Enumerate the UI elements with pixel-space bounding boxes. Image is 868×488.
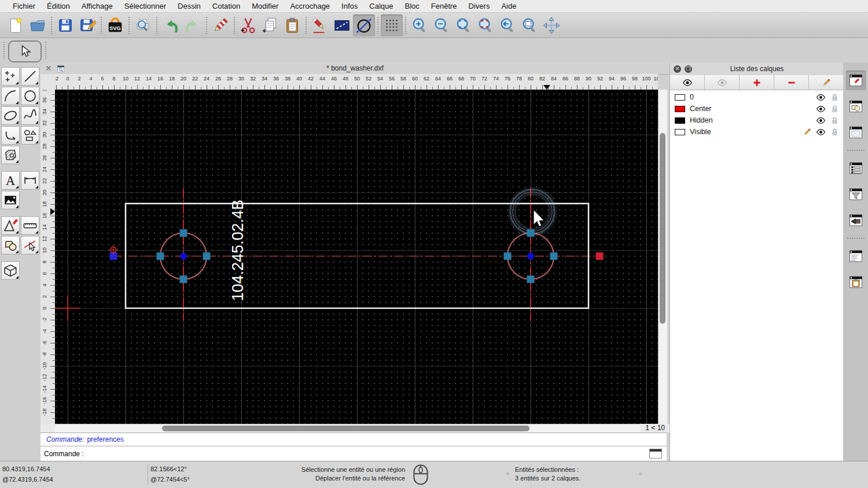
menu-affichage[interactable]: Affichage	[76, 2, 119, 10]
save-button[interactable]	[54, 14, 76, 36]
command-input[interactable]	[84, 448, 649, 460]
paste-button[interactable]	[281, 14, 303, 36]
redo-button[interactable]	[182, 14, 204, 36]
layer-row-0[interactable]: 0	[670, 91, 844, 103]
tool-measure[interactable]	[21, 216, 39, 235]
zoom-in-button[interactable]	[409, 14, 431, 36]
save-as-button[interactable]	[76, 14, 98, 36]
dock-filter-toggle-button[interactable]	[846, 184, 866, 204]
layer-color-swatch	[675, 94, 685, 101]
dock-separator	[847, 238, 865, 239]
ruler-tick-label: 90	[586, 76, 591, 82]
toolbar-drag-handle[interactable]	[3, 42, 5, 59]
tool-circle-tool[interactable]	[21, 87, 39, 105]
svg-export-button[interactable]: SVG	[104, 14, 126, 36]
menu-modifier[interactable]: Modifier	[246, 2, 284, 10]
menu-calque[interactable]: Calque	[363, 2, 399, 10]
tool-dimension[interactable]	[21, 171, 39, 190]
tool-hatch[interactable]	[1, 146, 20, 164]
layer-visibility-eye-icon[interactable]	[816, 104, 826, 114]
tool-line[interactable]	[21, 67, 39, 86]
tool-select-entity[interactable]	[21, 236, 39, 254]
pen-edit-button[interactable]	[309, 14, 331, 36]
dock-block-toggle-button[interactable]	[846, 97, 866, 116]
drawing-canvas[interactable]: 104.245.02.4B	[55, 90, 658, 424]
toolbar-drag-handle[interactable]	[45, 42, 46, 59]
tool-spline[interactable]	[21, 106, 39, 125]
dock-clipboard-toggle-button[interactable]	[846, 272, 866, 292]
menu-selectionner[interactable]: Sélectionner	[119, 2, 172, 10]
tool-modify[interactable]	[1, 216, 20, 235]
dock-megaphone-toggle-button[interactable]	[846, 210, 866, 230]
tool-text[interactable]: A	[1, 171, 20, 190]
vertical-scrollbar[interactable]	[658, 90, 667, 424]
layer-pencil-gold-button[interactable]	[809, 75, 844, 90]
menu-divers[interactable]: Divers	[463, 2, 496, 10]
layer-visibility-eye-icon[interactable]	[816, 127, 826, 137]
tool-block[interactable]	[1, 236, 20, 254]
horizontal-scrollbar-thumb[interactable]	[162, 426, 529, 431]
layer-lock-icon[interactable]	[830, 104, 840, 114]
delete-eraser-button[interactable]	[209, 14, 231, 36]
layer-minus-red-button[interactable]	[774, 75, 809, 90]
ruler-tick-label: 24	[41, 165, 48, 173]
vertical-scrollbar-thumb[interactable]	[660, 133, 665, 324]
menu-dessin[interactable]: Dessin	[172, 2, 207, 10]
ruler-tick-label: 74	[493, 76, 499, 82]
menu-bloc[interactable]: Bloc	[399, 2, 425, 10]
layer-eye-button[interactable]	[670, 75, 705, 90]
menu-fichier[interactable]: Fichier	[7, 2, 41, 10]
layer-eye-gray-button[interactable]	[705, 75, 740, 90]
menu-edition[interactable]: Édition	[41, 2, 76, 10]
menu-infos[interactable]: Infos	[336, 2, 363, 10]
layer-plus-red-button[interactable]	[740, 75, 774, 90]
ruler-tick-label: -4	[41, 327, 48, 335]
layer-row-visible[interactable]: Visible	[670, 126, 844, 138]
print-preview-button[interactable]	[132, 14, 154, 36]
ruler-tick-label: 44	[319, 76, 325, 82]
ruler-cursor-marker	[50, 208, 55, 215]
menu-accrochage[interactable]: Accrochage	[284, 2, 336, 10]
menu-fenetre[interactable]: Fenêtre	[425, 2, 463, 10]
copy-button[interactable]	[259, 14, 281, 36]
ruler-tick-label: 68	[458, 76, 464, 82]
circle-line-button[interactable]	[353, 14, 375, 36]
tool-arc[interactable]	[1, 87, 20, 105]
zoom-selected-button[interactable]	[475, 14, 496, 36]
dock-command-toggle-button[interactable]	[846, 246, 866, 266]
zoom-previous-button[interactable]	[496, 14, 518, 36]
submenu-corner	[35, 101, 38, 104]
tool-points[interactable]	[1, 67, 20, 86]
menu-aide[interactable]: Aide	[495, 2, 522, 10]
select-tool-button[interactable]	[8, 40, 42, 62]
layer-visibility-eye-icon[interactable]	[816, 116, 826, 125]
undo-button[interactable]	[160, 14, 182, 36]
tool-ellipse[interactable]	[1, 106, 20, 125]
open-folder-button[interactable]	[27, 14, 49, 36]
horizontal-scrollbar[interactable]	[55, 424, 641, 433]
layer-row-center[interactable]: Center	[670, 103, 844, 114]
dock-draw-toggle-button[interactable]	[846, 71, 866, 90]
attributes-button[interactable]	[331, 14, 353, 36]
new-document-button[interactable]	[5, 14, 27, 36]
layer-lock-icon[interactable]	[830, 93, 840, 102]
zoom-pan-button[interactable]	[540, 14, 562, 36]
menu-cotation[interactable]: Cotation	[207, 2, 246, 10]
layer-visibility-eye-icon[interactable]	[816, 93, 826, 102]
zoom-out-button[interactable]	[431, 14, 453, 36]
cut-button[interactable]	[237, 14, 259, 36]
tool-polygon[interactable]	[21, 126, 39, 145]
zoom-auto-button[interactable]	[453, 14, 475, 36]
tool-polyline[interactable]	[1, 126, 20, 145]
zoom-window-button[interactable]	[518, 14, 540, 36]
grid-toggle-icon	[383, 17, 400, 34]
layer-lock-icon[interactable]	[830, 116, 840, 125]
tool-box-3d[interactable]	[1, 261, 20, 280]
tool-image[interactable]	[1, 191, 20, 209]
layer-lock-icon[interactable]	[830, 127, 840, 137]
command-focus-button[interactable]	[649, 449, 662, 459]
grid-toggle-button[interactable]	[381, 14, 403, 36]
layer-row-hidden[interactable]: Hidden	[670, 114, 844, 126]
dock-library-toggle-button[interactable]	[846, 123, 866, 142]
dock-layer-list-toggle-button[interactable]	[846, 158, 866, 178]
